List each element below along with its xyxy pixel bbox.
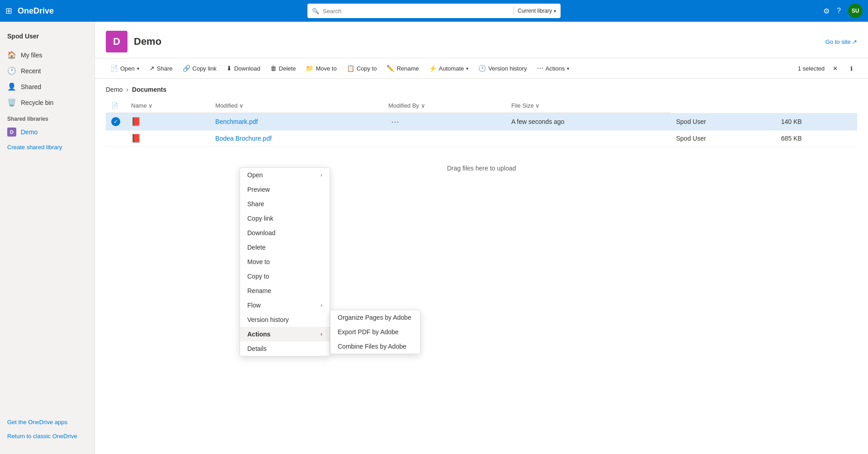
pdf-icon-2: 📕 — [131, 134, 141, 143]
col-modified-by[interactable]: Modified By ∨ — [383, 99, 506, 113]
row-modified-2 — [506, 131, 671, 147]
table-row[interactable]: 📕 Bodea Brochure.pdf Spod User 685 KB — [106, 131, 857, 147]
rename-button[interactable]: ✏️ Rename — [382, 62, 423, 75]
ctx-delete[interactable]: Delete — [240, 240, 330, 255]
layout: Spod User 🏠 My files 🕐 Recent 👤 Shared 🗑… — [0, 22, 868, 454]
sidebar-item-shared[interactable]: 👤 Shared — [0, 79, 94, 95]
ctx-copy-to[interactable]: Copy to — [240, 269, 330, 284]
submenu-organize-pages[interactable]: Organize Pages by Adobe — [330, 310, 420, 325]
open-button[interactable]: 📄 Open ▾ — [106, 62, 144, 75]
ctx-open-arrow: › — [321, 172, 322, 178]
copy-to-button[interactable]: 📋 Copy to — [342, 62, 382, 75]
actions-submenu: Organize Pages by Adobe Export PDF by Ad… — [330, 310, 420, 354]
search-icon: 🔍 — [312, 8, 319, 14]
search-divider — [514, 7, 514, 15]
open-caret: ▾ — [137, 66, 139, 71]
row-checkbox-1[interactable]: ✓ — [106, 113, 126, 131]
sidebar-item-my-files[interactable]: 🏠 My files — [0, 47, 94, 63]
file-table-head: 📄 Name ∨ Modified ∨ Modified By ∨ File — [106, 99, 857, 113]
rename-icon: ✏️ — [387, 65, 394, 72]
sidebar-item-recent[interactable]: 🕐 Recent — [0, 63, 94, 79]
row-modified-by-1: Spod User — [671, 113, 776, 131]
ctx-preview[interactable]: Preview — [240, 182, 330, 197]
ctx-version-history[interactable]: Version history — [240, 312, 330, 327]
row-icon-2: 📕 — [126, 131, 210, 147]
row-more-1[interactable]: ⋯ — [383, 113, 506, 131]
copy-link-icon: 🔗 — [183, 65, 190, 72]
return-classic-link[interactable]: Return to classic OneDrive — [0, 429, 94, 443]
create-shared-library-link[interactable]: Create shared library — [0, 140, 94, 154]
actions-button[interactable]: ⋯ Actions ▾ — [533, 62, 574, 75]
ctx-details[interactable]: Details — [240, 341, 330, 356]
search-bar: 🔍 Current library ▾ — [307, 4, 561, 18]
breadcrumb-separator: › — [126, 86, 128, 93]
brand-name: OneDrive — [18, 6, 54, 16]
search-scope[interactable]: Current library ▾ — [518, 8, 556, 14]
col-modified[interactable]: Modified ∨ — [210, 99, 383, 113]
row-file-size-1: 140 KB — [776, 113, 857, 131]
version-history-button[interactable]: 🕑 Version history — [474, 62, 531, 75]
sidebar-item-recycle-bin[interactable]: 🗑️ Recycle bin — [0, 95, 94, 110]
file-table: 📄 Name ∨ Modified ∨ Modified By ∨ File — [106, 99, 857, 147]
move-to-button[interactable]: 📁 Move to — [301, 62, 341, 75]
selected-count-badge: 1 selected — [798, 65, 825, 72]
file-table-body: ✓ 📕 Benchmark.pdf ⋯ A few seconds ago Sp… — [106, 113, 857, 147]
row-name-1[interactable]: Benchmark.pdf — [210, 113, 383, 131]
avatar[interactable]: SU — [848, 4, 863, 18]
file-name-2[interactable]: Bodea Brochure.pdf — [215, 135, 272, 142]
file-name-1[interactable]: Benchmark.pdf — [215, 118, 258, 125]
automate-button[interactable]: ⚡ Automate ▾ — [425, 62, 473, 75]
get-onedrive-apps-link[interactable]: Get the OneDrive apps — [0, 415, 94, 429]
copy-link-button[interactable]: 🔗 Copy link — [178, 62, 221, 75]
close-selection-button[interactable]: ✕ — [828, 62, 842, 75]
actions-caret: ▾ — [567, 66, 569, 71]
row-name-2[interactable]: Bodea Brochure.pdf — [210, 131, 383, 147]
library-avatar: D — [106, 31, 127, 52]
col-name[interactable]: Name ∨ — [126, 99, 210, 113]
main-content: D Demo Go to site ↗ 📄 Open ▾ ↗ Share 🔗 C… — [95, 22, 868, 454]
row-modified-1: A few seconds ago — [506, 113, 671, 131]
info-button[interactable]: ℹ — [846, 62, 857, 75]
sidebar-item-label-my-files: My files — [21, 52, 42, 59]
open-icon: 📄 — [110, 65, 118, 72]
table-row[interactable]: ✓ 📕 Benchmark.pdf ⋯ A few seconds ago Sp… — [106, 113, 857, 131]
search-input[interactable] — [323, 8, 510, 14]
grid-icon[interactable]: ⊞ — [5, 6, 12, 16]
download-button[interactable]: ⬇ Download — [222, 62, 265, 75]
col-checkbox[interactable]: 📄 — [106, 99, 126, 113]
row-checkbox-2[interactable] — [106, 131, 126, 147]
goto-site-link[interactable]: Go to site ↗ — [826, 38, 857, 45]
submenu-combine-files[interactable]: Combine Files by Adobe — [330, 339, 420, 354]
delete-button[interactable]: 🗑 Delete — [266, 62, 301, 75]
col-file-size[interactable]: File Size ∨ — [506, 99, 671, 113]
scope-caret: ▾ — [554, 9, 556, 14]
settings-button[interactable]: ⚙ — [823, 7, 830, 15]
sidebar-item-demo[interactable]: D Demo — [0, 124, 94, 140]
ctx-actions[interactable]: Actions › — [240, 327, 330, 341]
ctx-share[interactable]: Share — [240, 197, 330, 211]
ctx-open[interactable]: Open › — [240, 168, 330, 182]
copy-to-icon: 📋 — [347, 65, 354, 72]
nav-right: ⚙ ? SU — [823, 4, 863, 18]
toolbar-right: 1 selected ✕ ℹ — [798, 62, 857, 75]
share-button[interactable]: ↗ Share — [145, 62, 177, 75]
row-more-2[interactable] — [383, 131, 506, 147]
ctx-flow[interactable]: Flow › — [240, 298, 330, 312]
move-to-icon: 📁 — [306, 65, 313, 72]
shared-libraries-header: Shared libraries — [0, 110, 94, 124]
submenu-export-pdf[interactable]: Export PDF by Adobe — [330, 325, 420, 339]
sidebar-item-label-recent: Recent — [21, 67, 41, 75]
breadcrumb-root[interactable]: Demo — [106, 86, 123, 93]
help-button[interactable]: ? — [837, 7, 841, 15]
library-title: Demo — [134, 36, 161, 47]
ctx-download[interactable]: Download — [240, 226, 330, 240]
ctx-move-to[interactable]: Move to — [240, 255, 330, 269]
ctx-rename[interactable]: Rename — [240, 284, 330, 298]
recent-icon: 🕐 — [7, 66, 16, 75]
sidebar-user: Spod User — [0, 29, 94, 47]
row-file-size-2: 685 KB — [776, 131, 857, 147]
more-button-1[interactable]: ⋯ — [388, 116, 402, 128]
ctx-copy-link[interactable]: Copy link — [240, 211, 330, 226]
top-nav: ⊞ OneDrive 🔍 Current library ▾ ⚙ ? SU — [0, 0, 868, 22]
download-icon: ⬇ — [226, 65, 232, 72]
